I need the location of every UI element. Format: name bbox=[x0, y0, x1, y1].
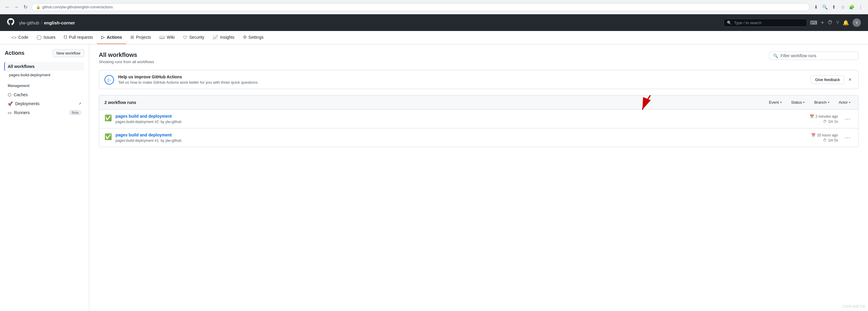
tab-insights[interactable]: 📈 Insights bbox=[208, 31, 239, 44]
sidebar-item-runners[interactable]: ▭ Runners Beta bbox=[5, 108, 84, 117]
tab-pr-label: Pull requests bbox=[69, 35, 93, 39]
pr-icon[interactable]: ⑂ bbox=[836, 20, 839, 26]
run-1-info: pages build and deployment pages-build-d… bbox=[116, 114, 181, 124]
run-1-title[interactable]: pages build and deployment bbox=[116, 114, 181, 118]
run-1-time: 📅 2 minutes ago ⏱ 1m 1s bbox=[810, 114, 838, 124]
run-1-more-button[interactable]: ⋯ bbox=[843, 114, 853, 123]
share-icon[interactable]: ⬆ bbox=[831, 4, 837, 10]
sidebar-item-all-workflows[interactable]: All workflows bbox=[4, 62, 84, 71]
breadcrumb-user[interactable]: ylw-github bbox=[19, 20, 39, 25]
actor-filter-arrow: ▾ bbox=[849, 101, 850, 104]
tab-settings-label: Settings bbox=[249, 35, 264, 39]
deployments-icon: 🚀 bbox=[8, 101, 13, 106]
content-area: All workflows Showing runs from all work… bbox=[89, 45, 868, 311]
lock-icon: 🔒 bbox=[36, 5, 40, 9]
issues-icon: ◯ bbox=[37, 34, 42, 40]
url-bar[interactable]: 🔒 github.com/ylw-github/english-corner/a… bbox=[32, 3, 810, 11]
pr-nav-icon: ℧ bbox=[64, 34, 67, 40]
runs-filters: Event ▾ Status ▾ Branch ▾ Actor ▾ bbox=[767, 99, 853, 106]
tab-issues[interactable]: ◯ Issues bbox=[32, 31, 60, 44]
run-2-meta: pages-build-deployment #1: by ylw-github bbox=[116, 139, 181, 143]
branch-filter-label: Branch bbox=[814, 100, 826, 105]
zoom-icon[interactable]: 🔍 bbox=[822, 4, 828, 10]
runs-header: 2 workflow runs Event ▾ Status ▾ Branch … bbox=[99, 95, 858, 110]
run-2-left: ✅ pages build and deployment pages-build… bbox=[104, 133, 181, 143]
tab-security[interactable]: 🛡 Security bbox=[179, 31, 209, 44]
management-section-label: Management bbox=[5, 79, 84, 90]
sidebar: Actions New workflow All workflows pages… bbox=[0, 45, 89, 311]
run-2-duration: ⏱ 1m 5s bbox=[823, 138, 838, 142]
branch-filter-arrow: ▾ bbox=[828, 101, 829, 104]
main-container: Actions New workflow All workflows pages… bbox=[0, 45, 868, 311]
run-1-status-icon: ✅ bbox=[104, 114, 112, 121]
status-filter-button[interactable]: Status ▾ bbox=[789, 99, 807, 106]
download-icon[interactable]: ⬇ bbox=[813, 4, 819, 10]
filter-workflow-runs-input[interactable] bbox=[780, 53, 855, 58]
improve-banner: ▷ Help us improve GitHub Actions Tell us… bbox=[99, 70, 859, 89]
tab-actions-label: Actions bbox=[106, 35, 122, 39]
branch-filter-button[interactable]: Branch ▾ bbox=[812, 99, 831, 106]
run-2-right: 📅 20 hours ago ⏱ 1m 5s ⋯ bbox=[811, 133, 853, 142]
banner-text: Help us improve GitHub Actions Tell us h… bbox=[118, 75, 259, 85]
github-logo[interactable] bbox=[7, 18, 14, 27]
projects-icon: ⊞ bbox=[130, 34, 134, 40]
give-feedback-button[interactable]: Give feedback bbox=[811, 75, 844, 84]
search-placeholder: Type / to search bbox=[734, 21, 762, 25]
menu-icon[interactable]: ⋮ bbox=[857, 4, 864, 10]
event-filter-label: Event bbox=[769, 100, 779, 105]
tab-settings[interactable]: ⚙ Settings bbox=[239, 31, 268, 44]
run-2-time: 📅 20 hours ago ⏱ 1m 5s bbox=[811, 133, 838, 142]
sidebar-item-pages-build-deployment[interactable]: pages-build-deployment bbox=[4, 71, 84, 79]
banner-subtitle: Tell us how to make GitHub Actions work … bbox=[118, 80, 259, 85]
actor-filter-button[interactable]: Actor ▾ bbox=[836, 99, 853, 106]
filter-input-wrap[interactable]: 🔍 bbox=[769, 52, 859, 60]
workflow-runs-container: 2 workflow runs Event ▾ Status ▾ Branch … bbox=[99, 95, 859, 147]
tab-projects[interactable]: ⊞ Projects bbox=[126, 31, 155, 44]
run-1-duration-text: 1m 1s bbox=[828, 119, 838, 124]
back-button[interactable]: ← bbox=[4, 4, 11, 10]
watermark: CSDN @练习生 bbox=[842, 304, 866, 309]
tab-actions[interactable]: ▷ Actions bbox=[97, 31, 126, 44]
terminal-icon[interactable]: ⌨ bbox=[810, 20, 817, 26]
extensions-icon[interactable]: 🧩 bbox=[848, 4, 855, 10]
filter-search-icon: 🔍 bbox=[773, 53, 778, 58]
run-1-left: ✅ pages build and deployment pages-build… bbox=[104, 114, 181, 124]
browser-bar: ← → ↻ 🔒 github.com/ylw-github/english-co… bbox=[0, 0, 868, 14]
notifications-icon[interactable]: 🔔 bbox=[843, 20, 849, 26]
event-filter-arrow: ▾ bbox=[780, 101, 782, 104]
run-row-2[interactable]: ✅ pages build and deployment pages-build… bbox=[99, 129, 858, 147]
run-1-clock-icon: ⏱ bbox=[823, 119, 827, 124]
event-filter-button[interactable]: Event ▾ bbox=[767, 99, 784, 106]
run-2-more-button[interactable]: ⋯ bbox=[843, 133, 853, 142]
run-1-right: 📅 2 minutes ago ⏱ 1m 1s ⋯ bbox=[810, 114, 853, 124]
status-filter-arrow: ▾ bbox=[803, 101, 805, 104]
actions-icon: ▷ bbox=[101, 34, 105, 40]
page-subtitle: Showing runs from all workflows bbox=[99, 60, 154, 64]
banner-close-button[interactable]: × bbox=[847, 77, 853, 83]
new-workflow-button[interactable]: New workflow bbox=[53, 49, 84, 57]
breadcrumb-repo[interactable]: english-corner bbox=[44, 20, 75, 25]
run-1-meta: pages-build-deployment #2: by ylw-github bbox=[116, 120, 181, 124]
global-search-box[interactable]: 🔍 Type / to search bbox=[724, 19, 807, 27]
bookmark-icon[interactable]: ☆ bbox=[839, 4, 846, 10]
run-row-1[interactable]: ✅ pages build and deployment pages-build… bbox=[99, 110, 858, 129]
insights-icon: 📈 bbox=[213, 34, 218, 40]
plus-icon[interactable]: + bbox=[821, 20, 824, 26]
tab-code[interactable]: <> Code bbox=[7, 31, 32, 44]
tab-insights-label: Insights bbox=[220, 35, 234, 39]
timer-icon[interactable]: ⏱ bbox=[828, 20, 833, 26]
tab-pull-requests[interactable]: ℧ Pull requests bbox=[60, 31, 97, 44]
run-1-time-ago-text: 2 minutes ago bbox=[816, 114, 838, 118]
reload-button[interactable]: ↻ bbox=[22, 4, 29, 10]
caches-left: ⬡ Caches bbox=[8, 92, 28, 97]
sidebar-item-deployments[interactable]: 🚀 Deployments ↗ bbox=[5, 99, 84, 108]
caches-label: Caches bbox=[14, 92, 28, 97]
forward-button[interactable]: → bbox=[13, 4, 20, 10]
deployments-label: Deployments bbox=[15, 101, 39, 106]
sidebar-item-caches[interactable]: ⬡ Caches bbox=[5, 90, 84, 99]
user-avatar[interactable]: Y bbox=[852, 19, 861, 27]
settings-icon: ⚙ bbox=[243, 34, 247, 40]
tab-wiki[interactable]: 📖 Wiki bbox=[155, 31, 179, 44]
run-2-title[interactable]: pages build and deployment bbox=[116, 133, 181, 137]
breadcrumb-separator: / bbox=[41, 20, 42, 25]
